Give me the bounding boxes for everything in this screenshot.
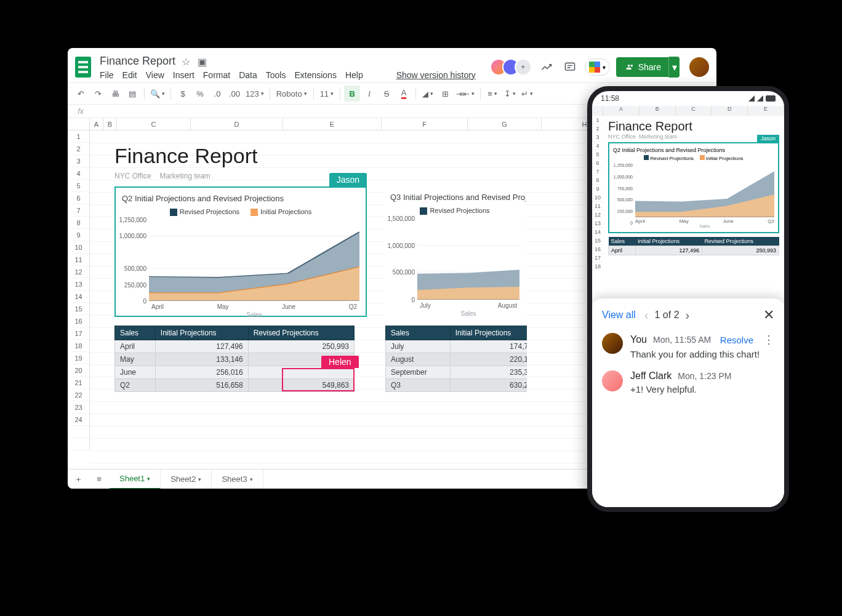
add-sheet-button[interactable]: ＋ bbox=[68, 470, 89, 489]
phone-collaborator-tag: Jason bbox=[757, 135, 779, 142]
table-q3[interactable]: SalesInitial ProjectionsRJuly174,753Augu… bbox=[385, 326, 527, 392]
menu-data[interactable]: Data bbox=[239, 70, 257, 80]
wrap-button[interactable]: ↵ bbox=[519, 86, 535, 102]
view-all-link[interactable]: View all bbox=[602, 310, 636, 321]
phone-chart-title: Q2 Initial Projections and Revised Proje… bbox=[613, 147, 774, 153]
menu-help[interactable]: Help bbox=[345, 70, 363, 80]
share-dropdown[interactable]: ▾ bbox=[668, 57, 680, 78]
table-row[interactable]: May133,146150,464 bbox=[115, 353, 355, 366]
comment-more-icon[interactable]: ⋮ bbox=[763, 333, 774, 346]
close-icon[interactable]: ✕ bbox=[763, 307, 774, 323]
sheet-tab-3[interactable]: Sheet3▾ bbox=[212, 470, 263, 489]
collaborator-tag-helen: Helen bbox=[321, 356, 359, 368]
phone-status-icons bbox=[748, 95, 776, 102]
phone-time: 11:58 bbox=[601, 94, 619, 103]
menu-view[interactable]: View bbox=[146, 70, 164, 80]
currency-button[interactable]: $ bbox=[175, 86, 191, 102]
phone-column-headers[interactable]: ABCDE bbox=[592, 106, 784, 116]
percent-button[interactable]: % bbox=[192, 86, 208, 102]
move-icon[interactable]: ▣ bbox=[198, 56, 207, 66]
resolve-button[interactable]: Resolve bbox=[720, 335, 753, 345]
comments-icon[interactable] bbox=[561, 58, 579, 76]
chart-q2-title: Q2 Initial Projections and Revised Proje… bbox=[122, 194, 359, 203]
comment-avatar bbox=[602, 370, 623, 391]
table-row[interactable]: April127,496250,993 bbox=[115, 340, 355, 353]
strike-button[interactable]: S bbox=[379, 86, 395, 102]
svg-rect-0 bbox=[565, 63, 574, 70]
redo-button[interactable]: ↷ bbox=[90, 86, 106, 102]
print-button[interactable]: 🖶 bbox=[107, 86, 123, 102]
menu-file[interactable]: File bbox=[100, 70, 114, 80]
chart-q3-title: Q3 Initial Projections and Revised Proje… bbox=[390, 193, 519, 202]
menu-tools[interactable]: Tools bbox=[266, 70, 286, 80]
phone-mockup: 11:58 ABCDE 123456789101112131415161718 … bbox=[587, 86, 789, 512]
table-row[interactable]: June256,016 bbox=[115, 366, 355, 379]
subtitle-office: NYC Office bbox=[114, 172, 151, 180]
next-comment-button[interactable]: › bbox=[686, 308, 690, 322]
subtitle-team: Marketing team bbox=[159, 172, 210, 180]
comment-pager: 1 of 2 bbox=[655, 310, 680, 321]
comments-panel: View all ‹ 1 of 2 › ✕ You Mon, 11:55 AM … bbox=[592, 298, 784, 507]
comment-avatar bbox=[602, 333, 623, 354]
table-row[interactable]: July174,753 bbox=[386, 340, 527, 353]
menu-edit[interactable]: Edit bbox=[122, 70, 137, 80]
table-row[interactable]: Q2516,658549,863 bbox=[115, 379, 355, 392]
bold-button[interactable]: B bbox=[344, 86, 360, 102]
chart-q3[interactable]: Q3 Initial Projections and Revised Proje… bbox=[384, 186, 526, 317]
more-formats-dropdown[interactable]: 123 bbox=[244, 86, 266, 102]
phone-chart[interactable]: Jason Q2 Initial Projections and Revised… bbox=[608, 142, 779, 233]
star-icon[interactable]: ☆ bbox=[182, 56, 191, 66]
table-row[interactable]: August220,199 bbox=[386, 353, 527, 366]
table-row[interactable]: September235,338 bbox=[386, 366, 527, 379]
comment-body: Thank you for adding this chart! bbox=[630, 349, 774, 359]
collaborator-avatars[interactable]: + bbox=[495, 58, 532, 76]
merge-button[interactable]: ⇥⇤ bbox=[454, 86, 476, 102]
meet-button[interactable]: ▾ bbox=[585, 58, 610, 76]
sheets-logo-icon bbox=[75, 57, 91, 78]
valign-button[interactable]: ↧ bbox=[502, 86, 518, 102]
sheet-title: Finance Report bbox=[114, 144, 527, 168]
doc-title[interactable]: Finance Report bbox=[100, 55, 175, 68]
all-sheets-button[interactable]: ≡ bbox=[89, 470, 110, 489]
comment-body: +1! Very helpful. bbox=[630, 384, 774, 394]
fontsize-dropdown[interactable]: 11 bbox=[318, 86, 336, 102]
row-headers[interactable]: 123456789101112131415161718192021222324 bbox=[68, 130, 90, 469]
italic-button[interactable]: I bbox=[361, 86, 377, 102]
phone-row-headers[interactable]: 123456789101112131415161718 bbox=[592, 116, 603, 271]
phone-sheet-title: Finance Report bbox=[608, 119, 779, 134]
share-button[interactable]: Share bbox=[616, 57, 671, 77]
fillcolor-button[interactable]: ◢ bbox=[420, 86, 436, 102]
collaborator-tag-jason: Jason bbox=[329, 173, 367, 186]
menu-format[interactable]: Format bbox=[203, 70, 230, 80]
comment-author: You bbox=[630, 334, 647, 345]
chart-q2[interactable]: Jason Q2 Initial Projections and Revised… bbox=[114, 186, 367, 317]
zoom-dropdown[interactable]: 🔍 bbox=[148, 86, 167, 102]
phone-table[interactable]: SalesInitial ProjectionsRevised Projecti… bbox=[608, 237, 779, 255]
menu-insert[interactable]: Insert bbox=[173, 70, 194, 80]
table-q2[interactable]: SalesInitial ProjectionsRevised Projecti… bbox=[114, 326, 355, 392]
comment-time: Mon, 1:23 PM bbox=[678, 371, 731, 381]
undo-button[interactable]: ↶ bbox=[73, 86, 89, 102]
decimal-inc-button[interactable]: .00 bbox=[227, 86, 243, 102]
comment-author: Jeff Clark bbox=[630, 370, 672, 382]
comment-time: Mon, 11:55 AM bbox=[653, 335, 711, 345]
profile-avatar[interactable] bbox=[689, 57, 709, 77]
version-history-link[interactable]: Show version history bbox=[396, 70, 476, 80]
textcolor-button[interactable]: A bbox=[396, 86, 412, 102]
paint-format-button[interactable]: ▤ bbox=[124, 86, 140, 102]
halign-button[interactable]: ≡ bbox=[484, 86, 500, 102]
activity-icon[interactable] bbox=[538, 58, 555, 76]
table-row[interactable]: Q3630,290 bbox=[386, 379, 527, 392]
prev-comment-button[interactable]: ‹ bbox=[644, 308, 649, 322]
font-dropdown[interactable]: Roboto bbox=[274, 86, 310, 102]
sheet-tab-2[interactable]: Sheet2▾ bbox=[161, 470, 212, 489]
menu-extensions[interactable]: Extensions bbox=[294, 70, 336, 80]
sheet-tab-1[interactable]: Sheet1▾ bbox=[110, 470, 161, 489]
decimal-dec-button[interactable]: .0 bbox=[209, 86, 225, 102]
borders-button[interactable]: ⊞ bbox=[437, 86, 453, 102]
